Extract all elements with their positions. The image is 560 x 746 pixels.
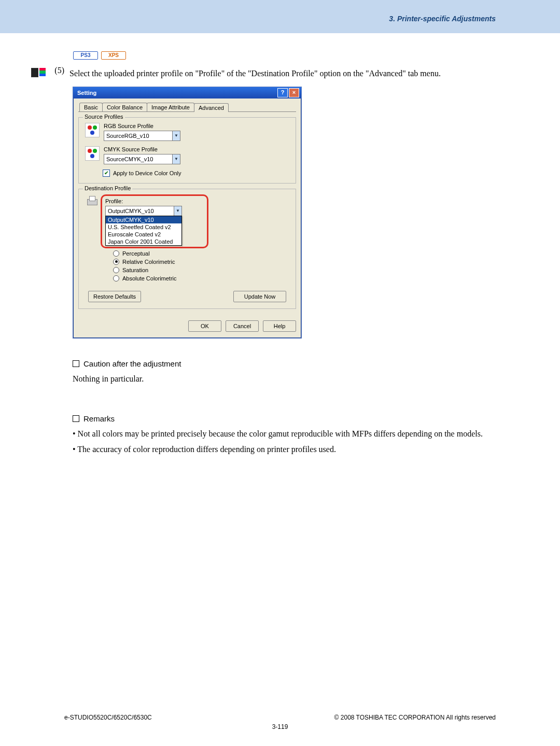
dialog-title: Setting xyxy=(77,90,276,96)
radio-label: PerPerceptualceptual xyxy=(122,250,150,257)
cmyk-label: CMYK Source Profile xyxy=(104,146,180,152)
tab-bar: Basic Color Balance Image Attribute Adva… xyxy=(78,103,296,112)
radio-saturation[interactable] xyxy=(113,267,119,273)
source-profiles-group: Source Profiles RGB Source Profile Sourc… xyxy=(78,117,296,184)
help-button[interactable]: Help xyxy=(263,320,296,332)
restore-defaults-button[interactable]: Restore Defaults xyxy=(88,291,141,302)
radio-label: Absolute Colorimetric xyxy=(122,275,177,281)
rgb-source-combo[interactable]: SourceRGB_v10 ▼ xyxy=(104,131,180,141)
section-heading: 3. Printer-specific Adjustments xyxy=(389,15,496,23)
tab-image-attribute[interactable]: Image Attribute xyxy=(147,103,194,111)
rgb-icon xyxy=(85,123,100,137)
page-icons xyxy=(31,68,46,77)
apply-checkbox-label: Apply to Device Color Only xyxy=(113,170,181,176)
caution-heading: Caution after the adjustment xyxy=(73,359,529,368)
cmyk-icon xyxy=(85,146,100,161)
badge-xps: XPS xyxy=(101,51,126,60)
footer-copyright: © 2008 TOSHIBA TEC CORPORATION All right… xyxy=(334,714,496,721)
profile-option[interactable]: U.S. Sheetfed Coated v2 xyxy=(106,223,181,231)
caution-body: Nothing in particular. xyxy=(73,371,529,387)
profile-label: Profile: xyxy=(105,198,204,204)
profile-combo-value: OutputCMYK_v10 xyxy=(106,208,174,214)
source-profiles-legend: Source Profiles xyxy=(83,114,125,120)
destination-profile-legend: Destination Profile xyxy=(83,185,132,191)
rgb-label: RGB Source Profile xyxy=(104,123,180,129)
highlight-callout: Profile: OutputCMYK_v10 ▼ OutputCMYK_v10… xyxy=(101,194,208,248)
cancel-button[interactable]: Cancel xyxy=(226,320,259,332)
update-now-button[interactable]: Update Now xyxy=(233,291,286,302)
radio-perceptual[interactable] xyxy=(113,250,119,257)
chevron-down-icon[interactable]: ▼ xyxy=(172,154,180,164)
rgb-combo-value: SourceRGB_v10 xyxy=(104,133,172,139)
profile-option[interactable]: OutputCMYK_v10 xyxy=(106,216,181,223)
remarks-item: • The accuracy of color reproduction dif… xyxy=(73,442,529,457)
radio-label: Relative Colorimetric xyxy=(122,259,175,265)
destination-profile-group: Destination Profile Profile: OutputCMYK_… xyxy=(78,189,296,309)
page-color-icon xyxy=(39,68,46,76)
footer-model: e-STUDIO5520C/6520C/6530C xyxy=(64,714,152,721)
destination-profile-combo[interactable]: OutputCMYK_v10 ▼ xyxy=(105,206,182,216)
chevron-down-icon[interactable]: ▼ xyxy=(174,206,181,216)
printer-icon xyxy=(85,194,99,208)
step-text: Select the uploaded printer profile on "… xyxy=(69,66,529,81)
remarks-heading: Remarks xyxy=(73,414,529,423)
close-icon[interactable]: × xyxy=(289,88,299,97)
ok-button[interactable]: OK xyxy=(188,320,221,332)
remarks-item: • Not all colors may be printed precisel… xyxy=(73,426,529,442)
tab-color-balance[interactable]: Color Balance xyxy=(102,103,147,111)
radio-absolute[interactable] xyxy=(113,275,119,281)
radio-relative[interactable] xyxy=(113,259,119,265)
chevron-down-icon[interactable]: ▼ xyxy=(172,131,180,140)
tab-basic[interactable]: Basic xyxy=(79,103,103,111)
page-number: 3-119 xyxy=(64,723,496,730)
page-dark-icon xyxy=(31,68,38,77)
apply-checkbox[interactable]: ✔ xyxy=(103,170,110,177)
radio-label: Saturation xyxy=(122,267,148,273)
step-number: (5) xyxy=(51,66,64,75)
profile-option[interactable]: Euroscale Coated v2 xyxy=(106,231,181,238)
help-icon[interactable]: ? xyxy=(277,88,288,97)
profile-dropdown-list[interactable]: OutputCMYK_v10 U.S. Sheetfed Coated v2 E… xyxy=(105,216,182,246)
profile-option[interactable]: Japan Color 2001 Coated xyxy=(106,238,181,245)
setting-dialog: Setting ? × Basic Color Balance Image At… xyxy=(73,87,302,339)
cmyk-combo-value: SourceCMYK_v10 xyxy=(104,156,172,162)
tab-advanced[interactable]: Advanced xyxy=(194,103,229,112)
badge-ps3: PS3 xyxy=(73,51,98,60)
cmyk-source-combo[interactable]: SourceCMYK_v10 ▼ xyxy=(104,154,180,164)
